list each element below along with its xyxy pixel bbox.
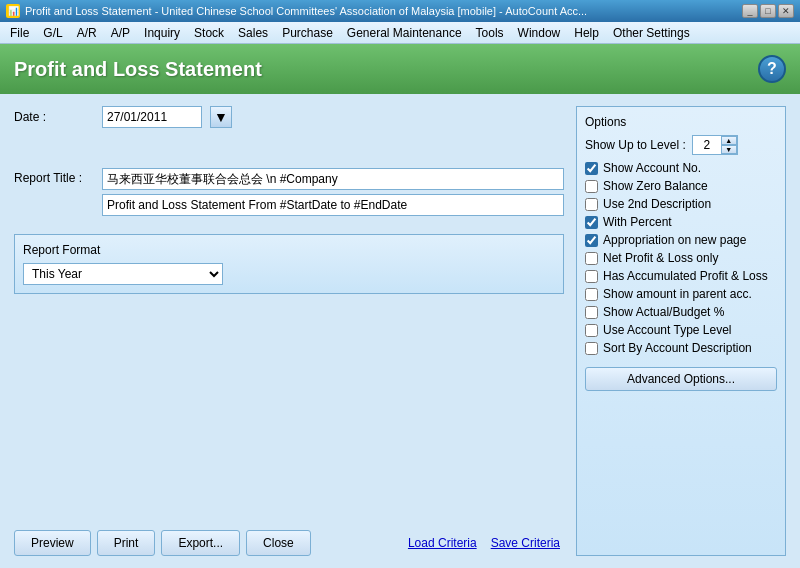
main-content: Date : ▼ Report Title : Report Format Th…: [0, 94, 800, 568]
format-select-wrapper: This Year Last Year This Month Custom: [23, 263, 555, 285]
checkbox-use-account-type[interactable]: [585, 324, 598, 337]
save-criteria-button[interactable]: Save Criteria: [487, 536, 564, 550]
option-show-actual-budget: Show Actual/Budget %: [585, 305, 777, 319]
date-input[interactable]: [102, 106, 202, 128]
options-box: Options Show Up to Level : ▲ ▼ Show Acco…: [576, 106, 786, 556]
spin-up-button[interactable]: ▲: [721, 136, 737, 145]
window-controls: _ □ ✕: [742, 4, 794, 18]
option-use-account-type: Use Account Type Level: [585, 323, 777, 337]
level-label: Show Up to Level :: [585, 138, 686, 152]
menu-general[interactable]: General Maintenance: [341, 25, 468, 41]
menu-inquiry[interactable]: Inquiry: [138, 25, 186, 41]
option-appropriation: Appropriation on new page: [585, 233, 777, 247]
menu-help[interactable]: Help: [568, 25, 605, 41]
load-criteria-button[interactable]: Load Criteria: [404, 536, 481, 550]
option-use-2nd-description: Use 2nd Description: [585, 197, 777, 211]
level-input[interactable]: [693, 136, 721, 154]
menu-bar: File G/L A/R A/P Inquiry Stock Sales Pur…: [0, 22, 800, 44]
option-show-account-no: Show Account No.: [585, 161, 777, 175]
label-net-profit-loss: Net Profit & Loss only: [603, 251, 718, 265]
level-input-wrapper: ▲ ▼: [692, 135, 738, 155]
label-show-amount-parent: Show amount in parent acc.: [603, 287, 752, 301]
checkbox-show-actual-budget[interactable]: [585, 306, 598, 319]
bottom-buttons: Preview Print Export... Close Load Crite…: [14, 522, 564, 556]
report-title-section: Report Title :: [14, 168, 564, 216]
menu-sales[interactable]: Sales: [232, 25, 274, 41]
close-button[interactable]: ✕: [778, 4, 794, 18]
checkbox-with-percent[interactable]: [585, 216, 598, 229]
level-spinners: ▲ ▼: [721, 136, 737, 154]
label-show-account-no: Show Account No.: [603, 161, 701, 175]
menu-file[interactable]: File: [4, 25, 35, 41]
menu-stock[interactable]: Stock: [188, 25, 230, 41]
menu-window[interactable]: Window: [512, 25, 567, 41]
menu-ap[interactable]: A/P: [105, 25, 136, 41]
title-bar: 📊 Profit and Loss Statement - United Chi…: [0, 0, 800, 22]
checkbox-appropriation[interactable]: [585, 234, 598, 247]
minimize-button[interactable]: _: [742, 4, 758, 18]
option-net-profit-loss: Net Profit & Loss only: [585, 251, 777, 265]
label-show-actual-budget: Show Actual/Budget %: [603, 305, 724, 319]
title-bar-text: Profit and Loss Statement - United Chine…: [25, 5, 587, 17]
option-has-accumulated: Has Accumulated Profit & Loss: [585, 269, 777, 283]
maximize-button[interactable]: □: [760, 4, 776, 18]
level-row: Show Up to Level : ▲ ▼: [585, 135, 777, 155]
preview-button[interactable]: Preview: [14, 530, 91, 556]
label-sort-by-account: Sort By Account Description: [603, 341, 752, 355]
label-with-percent: With Percent: [603, 215, 672, 229]
report-title-input-1[interactable]: [102, 168, 564, 190]
label-show-zero-balance: Show Zero Balance: [603, 179, 708, 193]
date-row: Date : ▼: [14, 106, 564, 128]
checkbox-has-accumulated[interactable]: [585, 270, 598, 283]
help-button[interactable]: ?: [758, 55, 786, 83]
label-has-accumulated: Has Accumulated Profit & Loss: [603, 269, 768, 283]
checkbox-use-2nd-description[interactable]: [585, 198, 598, 211]
page-title: Profit and Loss Statement: [14, 58, 262, 81]
option-sort-by-account: Sort By Account Description: [585, 341, 777, 355]
report-title-inputs: [102, 168, 564, 216]
checkbox-sort-by-account[interactable]: [585, 342, 598, 355]
checkbox-show-amount-parent[interactable]: [585, 288, 598, 301]
report-title-input-2[interactable]: [102, 194, 564, 216]
options-title: Options: [585, 115, 777, 129]
app-icon: 📊: [6, 4, 20, 18]
label-appropriation: Appropriation on new page: [603, 233, 746, 247]
menu-other[interactable]: Other Settings: [607, 25, 696, 41]
advanced-options-button[interactable]: Advanced Options...: [585, 367, 777, 391]
print-button[interactable]: Print: [97, 530, 156, 556]
spin-down-button[interactable]: ▼: [721, 145, 737, 154]
export-button[interactable]: Export...: [161, 530, 240, 556]
menu-ar[interactable]: A/R: [71, 25, 103, 41]
format-select[interactable]: This Year Last Year This Month Custom: [23, 263, 223, 285]
page-header: Profit and Loss Statement ?: [0, 44, 800, 94]
report-format-title: Report Format: [23, 243, 555, 257]
label-use-account-type: Use Account Type Level: [603, 323, 732, 337]
checkbox-show-zero-balance[interactable]: [585, 180, 598, 193]
option-with-percent: With Percent: [585, 215, 777, 229]
right-panel: Options Show Up to Level : ▲ ▼ Show Acco…: [576, 106, 786, 556]
menu-purchase[interactable]: Purchase: [276, 25, 339, 41]
report-title-label: Report Title :: [14, 168, 94, 185]
option-show-amount-parent: Show amount in parent acc.: [585, 287, 777, 301]
date-picker-button[interactable]: ▼: [210, 106, 232, 128]
menu-gl[interactable]: G/L: [37, 25, 68, 41]
close-button[interactable]: Close: [246, 530, 311, 556]
date-label: Date :: [14, 110, 94, 124]
left-panel: Date : ▼ Report Title : Report Format Th…: [14, 106, 564, 556]
report-format-box: Report Format This Year Last Year This M…: [14, 234, 564, 294]
menu-tools[interactable]: Tools: [470, 25, 510, 41]
option-show-zero-balance: Show Zero Balance: [585, 179, 777, 193]
checkbox-show-account-no[interactable]: [585, 162, 598, 175]
label-use-2nd-description: Use 2nd Description: [603, 197, 711, 211]
checkbox-net-profit-loss[interactable]: [585, 252, 598, 265]
